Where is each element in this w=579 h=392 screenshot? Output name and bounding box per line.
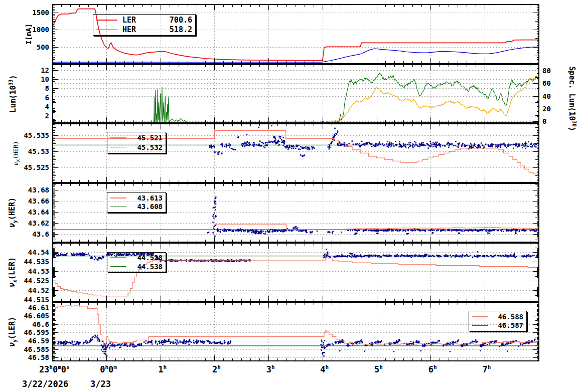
legend-entry-label: LER: [122, 16, 136, 25]
legend-line-sample: [110, 266, 126, 267]
y-tick-label: 43.68: [0, 186, 49, 194]
panel-luminosity: [52, 64, 539, 123]
legend-beam-current: LER700.6HER518.2: [93, 14, 196, 36]
scatter-outliers: [326, 249, 515, 254]
scatter-points: [207, 197, 539, 237]
legend-nux-ler: 44.52844.538: [107, 252, 166, 272]
panel-nuy-ler: [52, 302, 539, 361]
legend-nuy-ler: 46.58846.587: [469, 311, 527, 331]
legend-entry-value: 46.588: [498, 313, 523, 321]
y-tick-label: 46.58: [0, 353, 49, 361]
x-tick-label: 5h: [374, 364, 383, 374]
gridlines: [52, 243, 539, 302]
date-label: 3/23: [90, 379, 111, 389]
right-axis-title: Spec. Lum(1030): [567, 66, 577, 131]
legend-line-sample: [472, 316, 488, 317]
scatter-outliers: [217, 125, 336, 155]
legend-nuy-her: 43.61343.608: [107, 192, 166, 213]
legend-line-sample: [110, 207, 126, 207]
legend-line-sample: [96, 20, 117, 21]
legend-entry: 46.587: [472, 321, 523, 329]
y-tick-label: 45.525: [0, 163, 49, 171]
x-tick-label: 4h: [320, 364, 329, 374]
y-tick-label: 45.53: [0, 147, 49, 155]
legend-entry-value: 45.532: [137, 143, 163, 151]
y-tick-label: 44.52: [0, 286, 49, 294]
legend-entry-value: 43.613: [137, 194, 163, 202]
legend-entry: LER700.6: [96, 16, 192, 25]
y-tick-label: 43.6: [0, 230, 49, 238]
date-label: 3/22/2026: [22, 379, 68, 389]
y-axis-title: νy(LER): [8, 317, 18, 347]
legend-entry-value: 45.521: [137, 134, 163, 142]
legend-entry: 45.521: [110, 134, 163, 142]
y-tick-label: 46.61: [0, 304, 49, 312]
panel-frame: [53, 65, 539, 123]
setpoint-step-line: [347, 227, 539, 229]
legend-entry-value: 46.587: [498, 321, 523, 329]
setpoint-step-line: [214, 224, 314, 230]
legend-entry: 44.528: [110, 254, 163, 262]
legend-entry-value: 518.2: [170, 25, 192, 34]
y-tick-label: 2: [0, 112, 49, 120]
y-axis-title: I[mA]: [25, 24, 33, 45]
y-tick-label: 44.515: [0, 296, 49, 304]
legend-entry: 43.608: [110, 203, 163, 211]
y-axis-title: νx(HER): [13, 141, 21, 165]
legend-entry: 44.538: [110, 263, 163, 271]
setpoint-step-line: [52, 305, 539, 345]
legend-entry: HER518.2: [96, 25, 192, 34]
gridlines: [52, 302, 539, 361]
legend-line-sample: [110, 257, 126, 258]
legend-line-sample: [110, 198, 126, 199]
panel-frame: [53, 302, 539, 361]
legend-entry-value: 44.528: [137, 254, 163, 262]
legend-line-sample: [472, 325, 488, 326]
y-tick-label: 12: [0, 66, 49, 74]
legend-entry-label: HER: [122, 25, 136, 34]
axis-ticks: [53, 65, 539, 123]
scatter-points: [209, 130, 539, 157]
legend-entry-value: 43.608: [137, 203, 163, 211]
series-line: [154, 87, 186, 123]
legend-entry: 45.532: [110, 143, 163, 151]
beam-status-strip-chart: 50010001500I[mA]LER700.6HER518.224681012…: [0, 0, 579, 392]
legend-line-sample: [110, 137, 126, 138]
legend-nux-her: 45.52145.532: [107, 132, 166, 153]
x-tick-label: 2h: [212, 364, 221, 374]
axis-ticks: [53, 302, 539, 361]
legend-entry: 43.613: [110, 194, 163, 202]
legend-line-sample: [96, 30, 117, 30]
x-tick-label: 1h: [158, 364, 167, 374]
scatter-outliers: [106, 350, 508, 357]
y-tick-label: 44.54: [0, 248, 49, 256]
x-tick-label: 6h: [428, 364, 437, 374]
x-tick-label: 0h0m: [100, 364, 117, 374]
x-tick-label: 7h: [482, 364, 491, 374]
x-tick-label: 3h: [266, 364, 275, 374]
y-tick-label: 1500: [0, 9, 49, 17]
x-tick-label: 23h0m0s: [39, 364, 70, 374]
legend-entry-value: 700.6: [170, 16, 192, 25]
panel-nux-ler: [52, 243, 539, 302]
y-axis-title: νy(HER): [8, 198, 18, 228]
gridlines: [52, 64, 539, 123]
legend-entry: 46.588: [472, 313, 523, 321]
legend-line-sample: [110, 147, 126, 147]
legend-entry-value: 44.538: [137, 263, 163, 271]
y-axis-title: Lum(1033): [8, 75, 18, 112]
y-tick-label: 45.535: [0, 131, 49, 139]
y-axis-title: νx(LER): [8, 257, 18, 287]
